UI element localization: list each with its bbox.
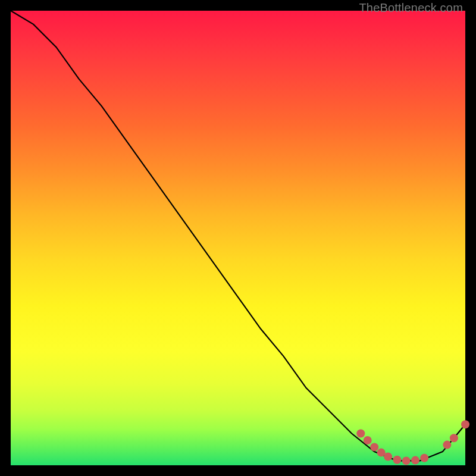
data-marker — [370, 443, 378, 451]
data-marker — [356, 430, 365, 438]
data-marker — [450, 434, 458, 442]
watermark-text: TheBottleneck.com — [359, 1, 463, 15]
chart-plot-area — [11, 11, 465, 465]
data-marker — [393, 456, 401, 464]
data-marker — [461, 420, 469, 428]
data-marker — [384, 453, 392, 461]
marker-group — [356, 420, 469, 465]
data-marker — [364, 436, 372, 444]
chart-svg — [11, 11, 465, 465]
chart-frame: TheBottleneck.com — [0, 0, 476, 476]
data-marker — [420, 454, 428, 462]
data-marker — [402, 456, 411, 465]
data-marker — [443, 441, 451, 449]
bottleneck-curve — [11, 11, 465, 461]
data-marker — [411, 456, 419, 465]
